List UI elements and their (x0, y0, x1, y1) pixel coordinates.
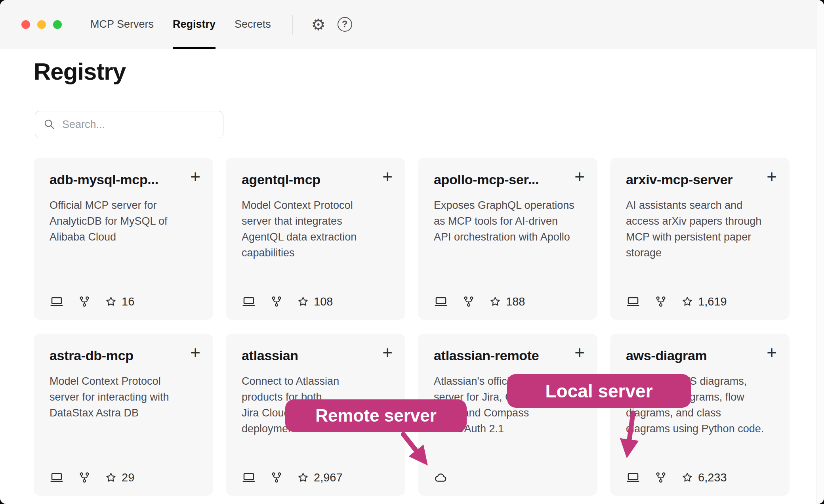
add-server-button[interactable]: + (574, 168, 585, 185)
app-window: MCP Servers Registry Secrets ⚙ ? Registr… (0, 0, 824, 504)
search-icon (43, 118, 55, 132)
tab-mcp-servers[interactable]: MCP Servers (90, 0, 154, 49)
laptop-icon (626, 294, 640, 309)
laptop-icon (434, 294, 448, 309)
star-count: 108 (314, 295, 333, 308)
card-title: astra-db-mcp (50, 348, 180, 363)
header-divider (292, 15, 293, 34)
annotation-remote-server: Remote server (285, 399, 467, 432)
star-count-group: 188 (489, 295, 525, 308)
star-icon (297, 296, 309, 307)
tab-secrets[interactable]: Secrets (235, 0, 271, 49)
star-icon (489, 296, 501, 307)
laptop-icon (242, 470, 256, 485)
card-title: agentql-mcp (242, 172, 372, 187)
traffic-lights (21, 0, 62, 49)
star-count-group: 108 (297, 295, 333, 308)
git-fork-icon[interactable] (654, 471, 667, 484)
add-server-button[interactable]: + (767, 168, 777, 185)
card-footer: 16 (50, 294, 134, 309)
git-fork-icon[interactable] (78, 471, 91, 484)
add-server-button[interactable]: + (574, 344, 585, 361)
card-agentql-mcp: agentql-mcp + Model Context Protocol ser… (226, 158, 405, 320)
zoom-button[interactable] (53, 20, 62, 29)
star-icon (297, 472, 309, 483)
laptop-icon (242, 294, 256, 309)
add-server-button[interactable]: + (382, 344, 393, 361)
star-count: 29 (122, 471, 134, 484)
star-icon (105, 472, 117, 483)
git-fork-icon[interactable] (654, 295, 667, 308)
star-count: 6,233 (698, 471, 727, 484)
card-arxiv-mcp-server: arxiv-mcp-server + AI assistants search … (610, 158, 790, 320)
git-fork-icon[interactable] (462, 295, 475, 308)
laptop-icon (626, 470, 640, 485)
card-footer (434, 470, 448, 485)
scrollbar-track[interactable] (816, 0, 824, 504)
close-button[interactable] (21, 20, 30, 29)
card-description: Model Context Protocol server for intera… (50, 374, 197, 421)
help-icon[interactable]: ? (338, 17, 352, 32)
annotation-local-server: Local server (507, 374, 691, 408)
card-description: Official MCP server for AnalyticDB for M… (50, 198, 197, 245)
search-input[interactable] (61, 118, 215, 131)
card-description: AI assistants search and access arXiv pa… (626, 198, 774, 261)
minimize-button[interactable] (37, 20, 46, 29)
card-astra-db-mcp: astra-db-mcp + Model Context Protocol se… (34, 334, 213, 496)
card-title: adb-mysql-mcp... (50, 172, 180, 187)
settings-gear-icon[interactable]: ⚙ (311, 17, 326, 32)
tab-registry[interactable]: Registry (173, 0, 216, 49)
star-icon (105, 296, 117, 307)
page-title: Registry (34, 58, 126, 85)
laptop-icon (50, 470, 64, 485)
card-footer: 108 (242, 294, 333, 309)
card-title: arxiv-mcp-server (626, 172, 757, 187)
titlebar: MCP Servers Registry Secrets ⚙ ? (0, 0, 824, 49)
card-description: Exposes GraphQL operations as MCP tools … (434, 198, 582, 245)
add-server-button[interactable]: + (190, 344, 200, 361)
card-adb-mysql-mcp: adb-mysql-mcp... + Official MCP server f… (34, 158, 213, 320)
card-footer: 188 (434, 294, 525, 309)
add-server-button[interactable]: + (190, 168, 200, 185)
add-server-button[interactable]: + (767, 344, 777, 361)
card-apollo-mcp-server: apollo-mcp-ser... + Exposes GraphQL oper… (418, 158, 597, 320)
star-count: 1,619 (698, 295, 727, 308)
star-count-group: 6,233 (681, 471, 727, 484)
star-icon (681, 472, 693, 483)
card-grid: adb-mysql-mcp... + Official MCP server f… (34, 158, 790, 496)
card-description: Model Context Protocol server that integ… (242, 198, 389, 261)
cloud-icon (434, 470, 448, 485)
card-aws-diagram: aws-diagram + Generate AWS diagrams, seq… (610, 334, 790, 496)
git-fork-icon[interactable] (270, 471, 283, 484)
add-server-button[interactable]: + (382, 168, 393, 185)
star-count-group: 16 (105, 295, 134, 308)
card-title: atlassian (242, 348, 372, 363)
star-count: 188 (506, 295, 525, 308)
star-count-group: 1,619 (681, 295, 727, 308)
star-count: 16 (122, 295, 134, 308)
card-footer: 1,619 (626, 294, 727, 309)
star-count: 2,967 (314, 471, 343, 484)
star-count-group: 2,967 (297, 471, 343, 484)
git-fork-icon[interactable] (78, 295, 91, 308)
card-footer: 2,967 (242, 470, 343, 485)
laptop-icon (50, 294, 64, 309)
nav-tabs: MCP Servers Registry Secrets (90, 0, 271, 49)
search-box (35, 111, 223, 138)
card-title: atlassian-remote (434, 348, 565, 363)
card-title: aws-diagram (626, 348, 757, 363)
star-icon (681, 296, 693, 307)
card-title: apollo-mcp-ser... (434, 172, 565, 187)
git-fork-icon[interactable] (270, 295, 283, 308)
card-footer: 6,233 (626, 470, 727, 485)
card-footer: 29 (50, 470, 134, 485)
star-count-group: 29 (105, 471, 134, 484)
